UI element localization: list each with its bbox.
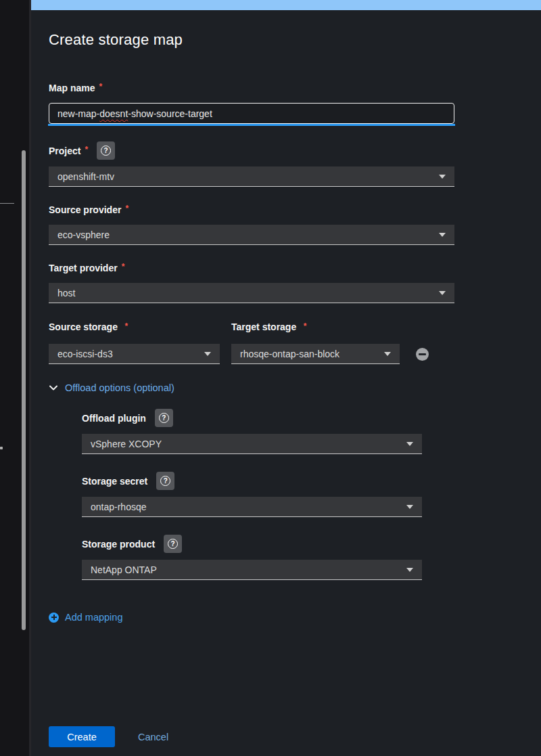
project-help-button[interactable]: ?	[97, 141, 115, 160]
storage-product-label: Storage product	[82, 539, 155, 550]
add-mapping-label: Add mapping	[65, 612, 122, 623]
required-asterisk: *	[125, 204, 128, 213]
offload-plugin-label: Offload plugin	[82, 413, 146, 424]
storage-product-group: Storage product ? NetApp ONTAP	[82, 535, 525, 580]
storage-secret-select[interactable]: ontap-rhosqe	[82, 497, 422, 517]
project-select[interactable]: openshift-mtv	[49, 166, 454, 187]
chevron-down-icon	[406, 568, 413, 572]
storage-secret-group: Storage secret ? ontap-rhosqe	[82, 472, 525, 517]
chevron-down-icon	[49, 383, 58, 393]
source-provider-select[interactable]: eco-vsphere	[49, 225, 454, 245]
storage-mapping-row: Source storage * Target storage * eco-is…	[49, 321, 525, 364]
map-name-label-row: Map name *	[49, 83, 525, 93]
help-circle-icon: ?	[160, 476, 170, 486]
project-label-row: Project * ?	[49, 141, 525, 160]
target-storage-select-value: rhosqe-ontap-san-block	[240, 349, 339, 359]
source-provider-select-value: eco-vsphere	[57, 229, 110, 240]
storage-selects-row: eco-iscsi-ds3 rhosqe-ontap-san-block	[49, 344, 525, 364]
map-name-group: Map name * new-map-doesnt-show-source-ta…	[49, 83, 525, 124]
target-storage-label: Target storage	[231, 321, 296, 332]
offload-plugin-select[interactable]: vSphere XCOPY	[82, 434, 422, 454]
minus-circle-icon	[416, 348, 429, 361]
offload-plugin-label-row: Offload plugin ?	[82, 409, 525, 427]
chevron-down-icon	[204, 352, 211, 356]
nav-text-fragment	[0, 447, 3, 449]
project-select-value: openshift-mtv	[57, 171, 114, 182]
storage-product-help-button[interactable]: ?	[164, 535, 182, 553]
storage-product-select-value: NetApp ONTAP	[91, 564, 157, 575]
offload-options-toggle[interactable]: Offload options (optional)	[49, 382, 174, 393]
add-mapping-button[interactable]: Add mapping	[49, 612, 122, 623]
create-button[interactable]: Create	[49, 726, 115, 747]
target-provider-select-value: host	[57, 288, 75, 298]
storage-map-form: Map name * new-map-doesnt-show-source-ta…	[49, 83, 525, 623]
required-asterisk: *	[99, 82, 102, 91]
source-storage-select-value: eco-iscsi-ds3	[57, 349, 113, 359]
storage-secret-label-row: Storage secret ?	[82, 472, 525, 490]
offload-plugin-select-value: vSphere XCOPY	[91, 439, 162, 449]
storage-secret-help-button[interactable]: ?	[156, 472, 174, 490]
target-provider-group: Target provider * host	[49, 263, 525, 303]
cancel-button[interactable]: Cancel	[138, 732, 168, 742]
map-name-label: Map name	[49, 83, 95, 93]
target-provider-label: Target provider	[49, 263, 118, 273]
offload-plugin-help-button[interactable]: ?	[155, 409, 173, 427]
source-storage-select[interactable]: eco-iscsi-ds3	[49, 344, 220, 364]
storage-product-label-row: Storage product ?	[82, 535, 525, 553]
storage-secret-select-value: ontap-rhosqe	[91, 502, 147, 512]
map-name-input[interactable]: new-map-doesnt-show-source-target	[49, 103, 454, 124]
page-title: Create storage map	[49, 31, 525, 49]
chevron-down-icon	[439, 175, 446, 179]
form-actions: Create Cancel	[49, 726, 168, 747]
map-name-value-after: -show-source-target	[128, 108, 212, 119]
target-storage-select[interactable]: rhosqe-ontap-san-block	[231, 344, 400, 364]
required-asterisk: *	[85, 145, 88, 154]
chevron-down-icon	[439, 233, 446, 237]
storage-labels-row: Source storage * Target storage *	[49, 321, 525, 333]
page-background-left-rail	[0, 0, 31, 756]
source-storage-label-cell: Source storage *	[49, 321, 231, 333]
project-label: Project	[49, 146, 80, 156]
target-storage-label-cell: Target storage *	[231, 321, 306, 333]
map-name-value-before: new-map-	[57, 108, 99, 119]
source-provider-label-row: Source provider *	[49, 204, 525, 215]
vertical-scrollbar-thumb[interactable]	[22, 150, 26, 630]
map-name-value-misspelled: doesnt	[99, 108, 128, 119]
panel-accent-topbar	[31, 0, 541, 10]
target-provider-label-row: Target provider *	[49, 263, 525, 273]
chevron-down-icon	[406, 505, 413, 509]
nav-divider-line	[0, 203, 14, 204]
chevron-down-icon	[439, 291, 446, 295]
help-circle-icon: ?	[101, 146, 111, 156]
offload-options-toggle-label: Offload options (optional)	[65, 382, 174, 393]
plus-circle-icon	[49, 613, 59, 623]
chevron-down-icon	[406, 442, 413, 446]
required-asterisk: *	[124, 321, 128, 331]
storage-secret-label: Storage secret	[82, 476, 147, 487]
storage-product-select[interactable]: NetApp ONTAP	[82, 560, 422, 580]
help-circle-icon: ?	[168, 539, 178, 549]
offload-options-body: Offload plugin ? vSphere XCOPY Storage s…	[82, 409, 525, 580]
help-circle-icon: ?	[159, 413, 169, 423]
target-provider-select[interactable]: host	[49, 283, 454, 303]
remove-mapping-button[interactable]	[416, 348, 429, 361]
required-asterisk: *	[304, 321, 307, 331]
source-storage-label: Source storage	[49, 321, 118, 332]
source-provider-group: Source provider * eco-vsphere	[49, 204, 525, 245]
chevron-down-icon	[384, 352, 391, 356]
source-provider-label: Source provider	[49, 204, 121, 215]
project-group: Project * ? openshift-mtv	[49, 141, 525, 187]
create-storage-map-panel: Create storage map Map name * new-map-do…	[31, 0, 541, 756]
required-asterisk: *	[122, 262, 125, 271]
offload-plugin-group: Offload plugin ? vSphere XCOPY	[82, 409, 525, 454]
